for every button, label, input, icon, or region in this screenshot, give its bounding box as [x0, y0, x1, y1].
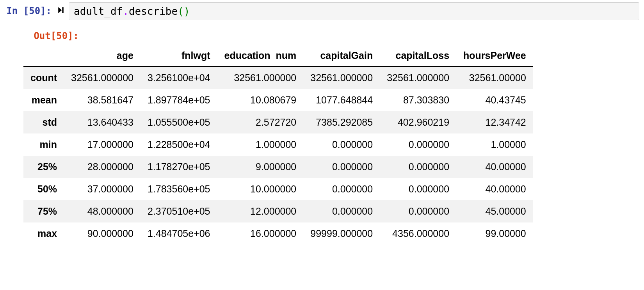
code-dot: . [123, 5, 129, 17]
table-row: 25% 28.000000 1.178270e+05 9.000000 0.00… [23, 156, 533, 178]
table-row: min 17.000000 1.228500e+04 1.000000 0.00… [23, 133, 533, 156]
cell: 7385.292085 [303, 111, 380, 133]
cell: 1.783560e+05 [141, 178, 217, 200]
col-education-num: education_num [217, 45, 304, 66]
cell: 10.080679 [217, 89, 304, 111]
input-prompt: In [50]: [2, 2, 53, 16]
cell: 32561.000000 [217, 66, 304, 89]
row-label: max [23, 222, 64, 245]
cell: 0.000000 [303, 156, 380, 178]
cell: 0.000000 [303, 200, 380, 222]
cell: 9.000000 [217, 156, 304, 178]
row-label: mean [23, 89, 64, 111]
output-prompt-row: Out[50]: [0, 20, 644, 41]
cell: 3.256100e+04 [141, 66, 217, 89]
describe-table: age fnlwgt education_num capitalGain cap… [23, 45, 533, 245]
cell: 12.34742 [456, 111, 533, 133]
cell: 0.000000 [380, 200, 456, 222]
cell: 0.000000 [380, 178, 456, 200]
cell: 99.00000 [456, 222, 533, 245]
col-fnlwgt: fnlwgt [141, 45, 217, 66]
row-label: std [23, 111, 64, 133]
cell: 1.178270e+05 [141, 156, 217, 178]
row-label: 25% [23, 156, 64, 178]
cell: 10.000000 [217, 178, 304, 200]
table-row: 50% 37.000000 1.783560e+05 10.000000 0.0… [23, 178, 533, 200]
cell: 37.000000 [64, 178, 141, 200]
cell: 0.000000 [380, 156, 456, 178]
col-capital-loss: capitalLoss [380, 45, 456, 66]
cell: 87.303830 [380, 89, 456, 111]
code-input[interactable]: adult_df.describe() [69, 2, 639, 20]
cell: 0.000000 [380, 133, 456, 156]
cell: 90.000000 [64, 222, 141, 245]
table-row: max 90.000000 1.484705e+06 16.000000 999… [23, 222, 533, 245]
table-body: count 32561.000000 3.256100e+04 32561.00… [23, 66, 533, 245]
cell: 4356.000000 [380, 222, 456, 245]
cell: 28.000000 [64, 156, 141, 178]
cell: 32561.00000 [456, 66, 533, 89]
table-header-row: age fnlwgt education_num capitalGain cap… [23, 45, 533, 66]
cell: 38.581647 [64, 89, 141, 111]
cell: 16.000000 [217, 222, 304, 245]
table-row: 75% 48.000000 2.370510e+05 12.000000 0.0… [23, 200, 533, 222]
cell: 45.00000 [456, 200, 533, 222]
output-prompt: Out[50]: [2, 23, 80, 41]
row-label: 75% [23, 200, 64, 222]
cell: 0.000000 [303, 178, 380, 200]
cell: 1.055500e+05 [141, 111, 217, 133]
cell: 0.000000 [303, 133, 380, 156]
cell: 17.000000 [64, 133, 141, 156]
col-hours-per-week: hoursPerWee [456, 45, 533, 66]
cell: 1.00000 [456, 133, 533, 156]
cell: 32561.000000 [303, 66, 380, 89]
cell: 32561.000000 [64, 66, 141, 89]
table-row: mean 38.581647 1.897784e+05 10.080679 10… [23, 89, 533, 111]
run-cell-icon[interactable] [57, 6, 65, 14]
cell: 40.43745 [456, 89, 533, 111]
table-corner [23, 45, 64, 66]
cell: 1077.648844 [303, 89, 380, 111]
table-row: std 13.640433 1.055500e+05 2.572720 7385… [23, 111, 533, 133]
output-body: age fnlwgt education_num capitalGain cap… [0, 41, 644, 247]
cell: 1.897784e+05 [141, 89, 217, 111]
code-parens: () [178, 5, 190, 17]
row-label: min [23, 133, 64, 156]
cell: 40.00000 [456, 178, 533, 200]
input-cell: In [50]: adult_df.describe() [0, 0, 644, 20]
col-age: age [64, 45, 141, 66]
col-capital-gain: capitalGain [303, 45, 380, 66]
cell: 2.370510e+05 [141, 200, 217, 222]
row-label: 50% [23, 178, 64, 200]
table-row: count 32561.000000 3.256100e+04 32561.00… [23, 66, 533, 89]
cell: 12.000000 [217, 200, 304, 222]
cell: 48.000000 [64, 200, 141, 222]
cell: 1.228500e+04 [141, 133, 217, 156]
cell: 402.960219 [380, 111, 456, 133]
cell: 40.00000 [456, 156, 533, 178]
code-identifier: adult_df [74, 5, 123, 17]
cell: 99999.000000 [303, 222, 380, 245]
cell: 13.640433 [64, 111, 141, 133]
cell: 32561.000000 [380, 66, 456, 89]
code-method: describe [129, 5, 178, 17]
cell: 2.572720 [217, 111, 304, 133]
row-label: count [23, 66, 64, 89]
cell: 1.000000 [217, 133, 304, 156]
cell: 1.484705e+06 [141, 222, 217, 245]
